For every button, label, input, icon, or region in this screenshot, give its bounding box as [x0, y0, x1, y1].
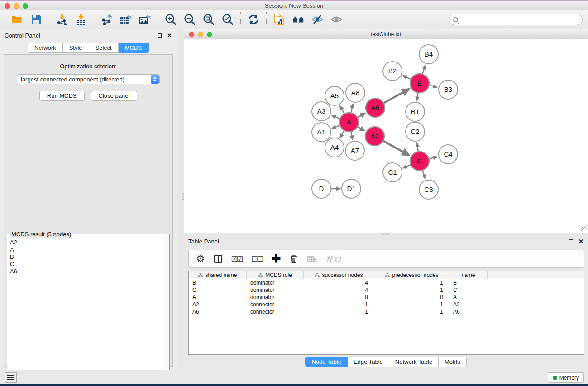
edge-A-A3[interactable] [332, 115, 339, 119]
window-resize-grip[interactable] [581, 226, 587, 232]
network-graph[interactable]: B4B2BB3A8A5A6A3B1AA1C2A2A4A7C4CC1C3DD1 [184, 39, 588, 233]
edge-A-A1[interactable] [332, 125, 340, 128]
column-header-shared-name[interactable]: shared name [189, 271, 247, 279]
select-all-icon[interactable]: ☑☑ [231, 255, 243, 263]
edge-A-A2[interactable] [358, 127, 364, 131]
cell-shared-name[interactable]: C [189, 287, 247, 293]
table-settings-gear-icon[interactable]: ⚙ [196, 253, 205, 265]
run-mcds-button[interactable]: Run MCDS [39, 91, 85, 101]
new-network-from-selection-icon[interactable] [273, 13, 286, 26]
cell-mcds-role[interactable]: dominator [247, 294, 304, 300]
search-box[interactable] [449, 14, 583, 25]
edge-A-A4[interactable] [340, 131, 344, 138]
close-table-panel-icon[interactable]: ✕ [578, 238, 583, 244]
table-row[interactable]: B dominator 4 1 B [189, 279, 584, 286]
cell-name[interactable]: B [449, 280, 488, 286]
zoom-in-icon[interactable] [164, 13, 177, 26]
column-header-successor-nodes[interactable]: successor nodes [304, 271, 374, 279]
export-image-icon[interactable] [139, 13, 151, 26]
table-row[interactable]: A2 connector 1 1 A2 [189, 301, 584, 308]
column-header-predecessor-nodes[interactable]: predecessor nodes [374, 271, 449, 279]
tab-edge-table[interactable]: Edge Table [348, 357, 389, 367]
edge-A-A7[interactable] [351, 132, 353, 140]
search-input[interactable] [460, 15, 582, 24]
edge-C-C2[interactable] [417, 143, 418, 152]
cell-name[interactable]: A2 [449, 301, 488, 308]
table-row[interactable]: A dominator 8 0 A [189, 294, 584, 301]
close-panel-icon[interactable]: ✕ [167, 33, 172, 38]
zoom-out-icon[interactable] [183, 13, 196, 26]
network-window-titlebar[interactable]: testGlobe.txt [184, 29, 588, 39]
export-network-icon[interactable] [100, 13, 113, 26]
table-header-row[interactable]: shared name MCDS role successor nodes pr… [189, 271, 584, 279]
tab-motifs[interactable]: Motifs [439, 357, 467, 367]
tab-mcds[interactable]: MCDS [119, 43, 149, 53]
result-scrollbar[interactable] [164, 235, 169, 386]
edge-C-C1[interactable] [403, 165, 411, 168]
network-canvas[interactable]: B4B2BB3A8A5A6A3B1AA1C2A2A4A7C4CC1C3DD1 [184, 39, 588, 233]
tab-node-table[interactable]: Node Table [305, 357, 348, 367]
edge-B-B4[interactable] [423, 65, 425, 74]
cell-shared-name[interactable]: A [189, 294, 247, 300]
edge-C-C4[interactable] [429, 157, 437, 159]
cell-mcds-role[interactable]: dominator [247, 287, 304, 293]
first-neighbors-icon[interactable] [292, 13, 305, 26]
add-column-icon[interactable]: ✚ [272, 253, 281, 265]
float-panel-icon[interactable] [158, 33, 162, 38]
cell-predecessor-nodes[interactable]: 0 [374, 294, 449, 300]
memory-button[interactable]: Memory [548, 372, 584, 383]
edge-A-A8[interactable] [351, 104, 353, 112]
criterion-select[interactable]: largest connected component (directed) [17, 74, 160, 84]
edge-B-B1[interactable] [417, 93, 418, 101]
tab-network-table[interactable]: Network Table [389, 357, 439, 367]
cell-successor-nodes[interactable]: 1 [304, 309, 374, 315]
edge-A-A6[interactable] [358, 113, 365, 117]
cell-predecessor-nodes[interactable]: 1 [374, 301, 449, 308]
result-item[interactable]: A6 [10, 268, 167, 275]
edge-A-A5[interactable] [340, 106, 344, 114]
edge-A2-C[interactable] [383, 141, 409, 155]
cell-successor-nodes[interactable]: 4 [304, 280, 374, 286]
zoom-selected-icon[interactable] [221, 13, 234, 26]
result-item[interactable]: B [10, 253, 167, 261]
zoom-fit-icon[interactable] [202, 13, 215, 26]
cell-successor-nodes[interactable]: 1 [304, 301, 374, 308]
cell-mcds-role[interactable]: dominator [247, 280, 304, 286]
task-history-button[interactable] [5, 372, 17, 383]
cell-predecessor-nodes[interactable]: 1 [374, 287, 449, 293]
table-row[interactable]: A6 connector 1 1 A6 [189, 308, 584, 315]
mcds-result-list[interactable]: A2 A B C A6 [7, 234, 169, 277]
save-session-icon[interactable] [30, 13, 43, 26]
show-hidden-eye-icon[interactable] [330, 13, 343, 26]
result-item[interactable]: C [10, 261, 167, 268]
cell-name[interactable]: A [449, 294, 488, 300]
tab-select[interactable]: Select [89, 43, 119, 53]
close-panel-button[interactable]: Close panel [91, 91, 138, 101]
cell-name[interactable]: A6 [449, 309, 488, 315]
edge-B-B3[interactable] [429, 86, 437, 87]
show-columns-icon[interactable] [214, 255, 222, 263]
tab-network[interactable]: Network [28, 43, 63, 53]
deselect-all-icon[interactable]: ☐☐ [251, 255, 263, 263]
open-folder-icon[interactable] [11, 13, 24, 26]
edge-A6-B[interactable] [384, 89, 409, 103]
edge-B-B2[interactable] [403, 76, 411, 79]
cell-name[interactable]: C [449, 287, 488, 293]
cell-predecessor-nodes[interactable]: 1 [374, 280, 449, 286]
delete-column-trash-icon[interactable] [290, 254, 298, 263]
tab-style[interactable]: Style [63, 43, 89, 53]
hide-selected-icon[interactable] [311, 13, 324, 26]
cell-shared-name[interactable]: A2 [189, 301, 247, 308]
cell-successor-nodes[interactable]: 8 [304, 294, 374, 300]
cell-shared-name[interactable]: A6 [189, 309, 247, 315]
float-table-panel-icon[interactable] [569, 239, 573, 243]
node-table[interactable]: shared name MCDS role successor nodes pr… [188, 271, 584, 355]
refresh-layout-icon[interactable] [247, 13, 260, 26]
table-row[interactable]: C dominator 4 1 C [189, 286, 584, 294]
result-item[interactable]: A [10, 246, 167, 253]
cell-mcds-role[interactable]: connector [247, 309, 304, 315]
import-network-icon[interactable] [56, 13, 68, 26]
cell-successor-nodes[interactable]: 4 [304, 287, 374, 293]
cell-predecessor-nodes[interactable]: 1 [374, 309, 449, 315]
column-header-name[interactable]: name [449, 271, 488, 279]
